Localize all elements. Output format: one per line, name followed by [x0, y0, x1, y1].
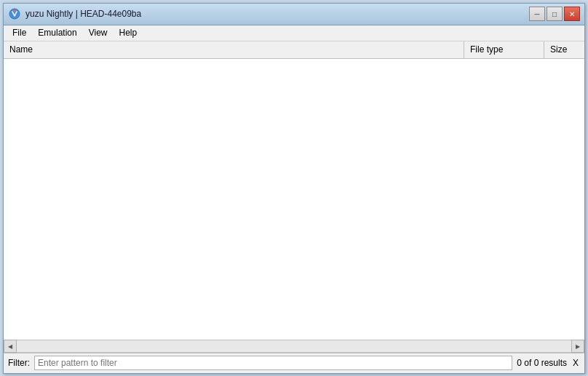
close-button[interactable]: ✕ — [564, 7, 580, 21]
menu-emulation[interactable]: Emulation — [32, 26, 82, 39]
menu-help[interactable]: Help — [114, 26, 143, 39]
column-name[interactable]: Name — [4, 41, 464, 58]
column-filetype[interactable]: File type — [464, 41, 544, 58]
title-bar: yuzu Nightly | HEAD-44e09ba ─ □ ✕ — [4, 4, 584, 25]
title-bar-controls: ─ □ ✕ — [529, 7, 580, 21]
menu-bar: File Emulation View Help — [4, 25, 584, 41]
filter-bar: Filter: 0 of 0 results X — [4, 353, 584, 373]
title-bar-left: yuzu Nightly | HEAD-44e09ba — [8, 7, 141, 20]
filter-results: 0 of 0 results — [517, 358, 567, 368]
scroll-right-button[interactable]: ▶ — [571, 340, 584, 353]
scroll-track[interactable] — [17, 340, 571, 353]
title-bar-text: yuzu Nightly | HEAD-44e09ba — [25, 9, 141, 19]
table-content — [4, 59, 584, 340]
filter-input[interactable] — [34, 356, 512, 370]
maximize-button[interactable]: □ — [547, 7, 563, 21]
menu-file[interactable]: File — [7, 26, 32, 39]
svg-point-1 — [14, 10, 16, 12]
column-size[interactable]: Size — [544, 41, 584, 58]
app-icon — [8, 7, 21, 20]
scrollbar-horizontal: ◀ ▶ — [4, 340, 584, 353]
table-header: Name File type Size — [4, 41, 584, 59]
main-window: yuzu Nightly | HEAD-44e09ba ─ □ ✕ File E… — [3, 3, 585, 374]
filter-label: Filter: — [8, 358, 30, 368]
scroll-left-button[interactable]: ◀ — [4, 340, 17, 353]
menu-view[interactable]: View — [83, 26, 114, 39]
minimize-button[interactable]: ─ — [529, 7, 545, 21]
filter-clear-button[interactable]: X — [571, 358, 580, 368]
